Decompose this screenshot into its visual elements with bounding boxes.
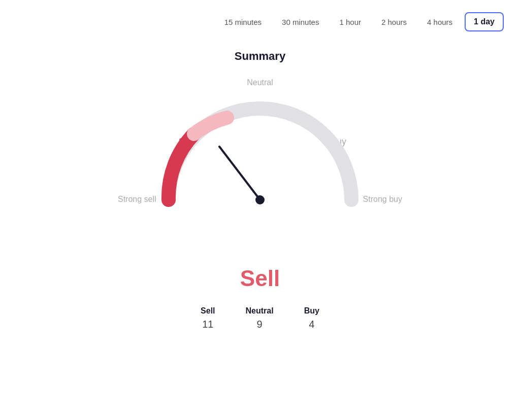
svg-point-1: [255, 195, 265, 204]
gauge-svg: [153, 93, 367, 215]
time-btn-2h[interactable]: 2 hours: [373, 14, 415, 30]
main-content: Summary Neutral Sell Buy Strong sell Str…: [0, 40, 520, 420]
time-btn-1h[interactable]: 1 hour: [331, 14, 369, 30]
stat-neutral-value: 9: [257, 319, 263, 330]
time-btn-1d[interactable]: 1 day: [465, 12, 504, 31]
time-filter-bar: 15 minutes 30 minutes 1 hour 2 hours 4 h…: [0, 0, 520, 40]
stat-buy: Buy 4: [304, 306, 319, 330]
stat-sell: Sell 11: [201, 306, 215, 330]
label-strong-sell: Strong sell: [118, 195, 156, 204]
stat-sell-label: Sell: [201, 306, 215, 316]
label-neutral: Neutral: [247, 78, 273, 87]
gauge-wrapper: Neutral Sell Buy Strong sell Strong buy: [108, 78, 412, 261]
result-label: Sell: [240, 266, 280, 291]
time-btn-15min[interactable]: 15 minutes: [216, 14, 270, 30]
stat-sell-value: 11: [202, 319, 213, 330]
stat-buy-label: Buy: [304, 306, 319, 316]
svg-line-0: [219, 147, 260, 200]
stats-row: Sell 11 Neutral 9 Buy 4: [201, 306, 319, 330]
label-strong-buy: Strong buy: [363, 195, 402, 204]
time-btn-30min[interactable]: 30 minutes: [274, 14, 327, 30]
summary-title: Summary: [235, 50, 285, 63]
stat-neutral: Neutral 9: [246, 306, 274, 330]
stat-buy-value: 4: [309, 319, 314, 330]
stat-neutral-label: Neutral: [246, 306, 274, 316]
time-btn-4h[interactable]: 4 hours: [419, 14, 461, 30]
